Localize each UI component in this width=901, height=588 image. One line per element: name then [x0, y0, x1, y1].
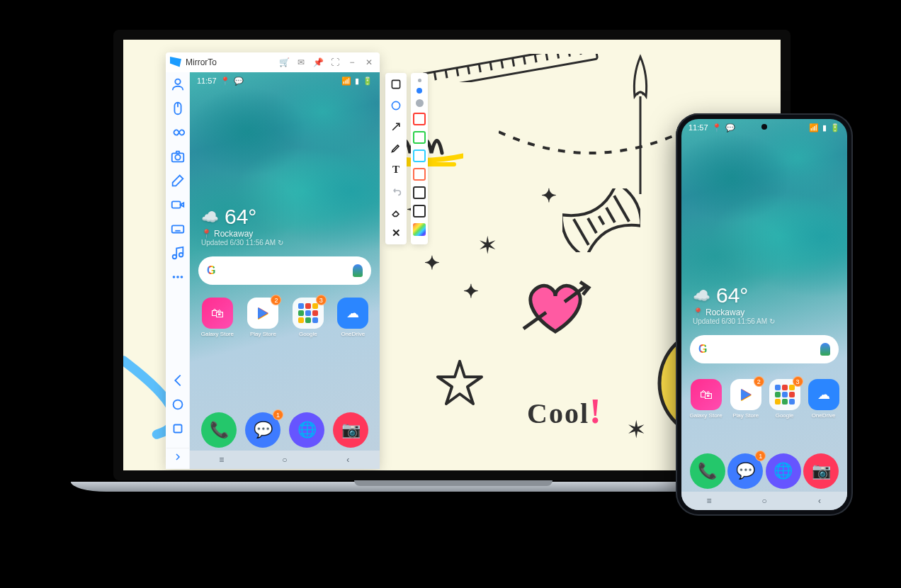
cool-text-doodle: Cool! [527, 390, 603, 431]
user-icon[interactable] [170, 77, 186, 92]
circle-tool-icon[interactable] [389, 98, 403, 113]
phone-icon: 📞 [210, 421, 229, 439]
svg-line-12 [557, 54, 559, 59]
window-titlebar[interactable]: MirrorTo 🛒 ✉ 📌 ⛶ − ✕ [166, 52, 380, 72]
svg-line-7 [502, 60, 503, 69]
location-pin-icon: 📍 [220, 77, 230, 86]
dock: 📞 💬1 🌐 📷 [681, 453, 847, 489]
more-icon[interactable] [170, 269, 186, 285]
mic-icon[interactable] [820, 343, 830, 356]
back-button[interactable]: ‹ [802, 496, 837, 506]
signal-icon: ▮ [822, 123, 827, 132]
app-play-store[interactable]: 2 Play Store [247, 298, 278, 337]
back-nav-icon[interactable] [170, 373, 186, 388]
app-google-folder[interactable]: 3Google [769, 379, 800, 419]
mic-icon[interactable] [353, 264, 363, 277]
weather-widget[interactable]: ☁️64° 📍Rockaway Updated 6/30 11:56 AM ↻ [190, 88, 380, 247]
color-swatch-red[interactable] [413, 113, 426, 125]
svg-line-3 [457, 68, 458, 77]
cloud-icon: ☁️ [201, 208, 219, 225]
phone-app[interactable]: 📞 [201, 412, 237, 448]
recents-button[interactable]: ≡ [204, 455, 239, 465]
color-swatch-white[interactable] [413, 205, 426, 217]
camera-app[interactable]: 📷 [333, 412, 368, 448]
keyboard-icon[interactable] [170, 221, 186, 237]
app-onedrive[interactable]: ☁ OneDrive [337, 298, 368, 337]
mirrorto-window: MirrorTo 🛒 ✉ 📌 ⛶ − ✕ [166, 52, 380, 469]
browser-app[interactable]: 🌐 [289, 412, 324, 448]
play-icon [741, 389, 751, 400]
app-galaxy-store[interactable]: 🛍Galaxy Store [689, 379, 722, 419]
camera-icon[interactable] [170, 149, 186, 164]
updated-label: Updated 6/30 11:56 AM ↻ [693, 317, 836, 325]
mirrored-phone-screen[interactable]: 11:57 📍 💬 📶 ▮ 🔋 ☁️64° 📍Rockaway [190, 72, 380, 469]
mouse-icon[interactable] [170, 101, 186, 116]
home-app-row: 🛍 Galaxy Store 2 Play Store 3 Google [194, 298, 375, 337]
stroke-size-large[interactable] [416, 99, 424, 107]
arrow-tool-icon[interactable] [389, 120, 403, 134]
home-button[interactable]: ○ [747, 496, 782, 506]
google-search-bar[interactable]: G [690, 335, 839, 363]
weather-widget[interactable]: ☁️64° 📍Rockaway Updated 6/30 11:56 AM ↻ [681, 135, 847, 325]
color-swatch-orange[interactable] [413, 168, 426, 181]
location-pin-icon: 📍 [201, 229, 212, 239]
rectangle-tool-icon[interactable] [389, 77, 403, 91]
color-swatch-green[interactable] [413, 131, 426, 144]
sidebar-expand-icon[interactable] [166, 448, 189, 465]
svg-point-36 [178, 253, 183, 257]
google-search-bar[interactable]: G [198, 256, 371, 285]
color-swatch-black[interactable] [413, 186, 426, 199]
close-tool-icon[interactable]: ✕ [389, 226, 403, 240]
app-onedrive[interactable]: ☁OneDrive [808, 379, 839, 419]
app-galaxy-store[interactable]: 🛍 Galaxy Store [201, 298, 234, 337]
phone-app[interactable]: 📞 [690, 453, 725, 489]
camera-hole [761, 124, 767, 130]
app-play-store[interactable]: 2Play Store [730, 379, 761, 419]
edit-icon[interactable] [170, 173, 186, 188]
color-swatch-rainbow[interactable] [413, 223, 426, 236]
svg-line-18 [606, 208, 615, 222]
chat-icon: 💬 [254, 421, 273, 439]
svg-rect-0 [422, 54, 598, 82]
video-icon[interactable] [170, 197, 186, 213]
physical-phone-screen[interactable]: 11:57 📍 💬 📶 ▮ 🔋 ☁️64° 📍Rockaway Updated … [681, 119, 847, 510]
minimize-icon[interactable]: − [346, 56, 358, 69]
temperature: 64° [225, 205, 256, 229]
location-label: Rockaway [706, 307, 744, 317]
stroke-size-medium[interactable] [416, 88, 422, 94]
app-label: Google [299, 331, 317, 337]
svg-line-15 [574, 219, 589, 244]
stroke-size-small[interactable] [418, 79, 421, 82]
camera-app[interactable]: 📷 [803, 453, 839, 489]
close-icon[interactable]: ✕ [363, 56, 375, 69]
pen-tool-icon[interactable] [389, 141, 403, 155]
star-outline-doodle [435, 358, 484, 408]
mail-icon[interactable]: ✉ [295, 56, 307, 69]
music-icon[interactable] [170, 245, 186, 261]
infinity-icon[interactable] [170, 125, 186, 140]
svg-rect-42 [392, 80, 400, 88]
browser-app[interactable]: 🌐 [766, 453, 801, 489]
home-nav-icon[interactable] [170, 397, 186, 412]
pin-icon[interactable]: 📌 [312, 56, 324, 69]
badge: 2 [754, 376, 764, 387]
app-label: Play Store [250, 331, 276, 337]
messages-app[interactable]: 💬1 [727, 453, 763, 489]
app-label: OneDrive [341, 331, 365, 337]
text-tool-icon[interactable]: T [389, 162, 403, 176]
home-button[interactable]: ○ [267, 455, 302, 465]
home-app-row: 🛍Galaxy Store 2Play Store 3Google ☁OneDr… [686, 379, 843, 419]
fullscreen-icon[interactable]: ⛶ [329, 56, 341, 69]
messages-app[interactable]: 💬1 [245, 412, 280, 448]
cart-icon[interactable]: 🛒 [278, 56, 290, 69]
undo-icon[interactable] [389, 183, 403, 198]
svg-point-39 [180, 276, 183, 278]
recent-nav-icon[interactable] [170, 421, 186, 436]
color-swatch-cyan[interactable] [413, 149, 426, 162]
app-google-folder[interactable]: 3 Google [293, 298, 324, 337]
eraser-tool-icon[interactable] [389, 205, 403, 219]
back-button[interactable]: ‹ [330, 455, 366, 465]
svg-line-17 [599, 216, 604, 225]
mirrorto-sidebar [166, 72, 190, 469]
recents-button[interactable]: ≡ [691, 496, 727, 506]
